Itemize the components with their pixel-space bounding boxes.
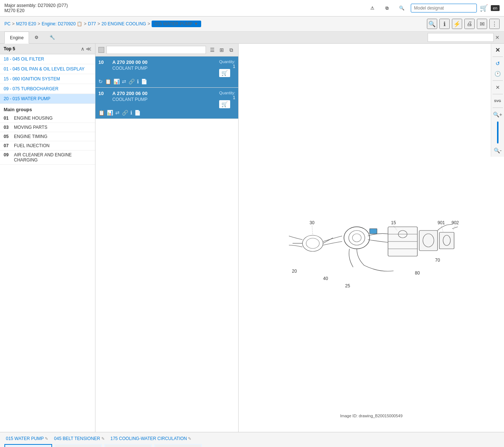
top5-item-4[interactable]: 20 - 015 WATER PUMP <box>0 94 95 104</box>
info-icon-1[interactable]: ℹ <box>130 110 132 116</box>
zoom-in-btn[interactable]: 🔍+ <box>492 110 503 119</box>
zoom-in-breadcrumb[interactable]: 🔍 <box>427 19 437 29</box>
thumb-label-0[interactable]: 015 WATER PUMP ✎ <box>4 435 50 442</box>
group-item-05[interactable]: 05 ENGINE TIMING <box>0 132 95 141</box>
parts-panel: ☰ ⊞ ⧉ 10 A 270 200 00 00 COOLANT PUMP Qu… <box>95 44 239 432</box>
thumb-label-1[interactable]: 045 BELT TENSIONER ✎ <box>52 435 106 442</box>
svg-rect-40 <box>155 445 201 447</box>
mail-btn[interactable]: ✉ <box>477 19 487 29</box>
thumb-label-2[interactable]: 175 COOLING-WATER CIRCULATION ✎ <box>109 435 193 442</box>
close-panel-btn[interactable]: ✕ <box>492 45 503 55</box>
top5-controls: ∧ ≪ <box>81 46 91 52</box>
top5-item-0[interactable]: 18 - 045 OIL FILTER <box>0 54 95 64</box>
breadcrumb-m270[interactable]: M270 E20 <box>16 21 36 26</box>
tab-diagram-icon[interactable]: 🔧 <box>44 32 61 43</box>
thumbnail-3[interactable] <box>154 444 202 447</box>
breadcrumb: PC > M270 E20 > Engine: D270920 📋 > D77 … <box>4 21 201 27</box>
group-item-03[interactable]: 03 MOVING PARTS <box>0 123 95 132</box>
close-x-btn[interactable]: ✕ <box>492 83 503 92</box>
breadcrumb-engine[interactable]: Engine: D270920 📋 <box>41 21 82 26</box>
main-groups-header: Main groups <box>0 104 95 114</box>
language-badge: en <box>491 5 500 11</box>
part-item-1: 10 A 270 200 06 00 COOLANT PUMP Quantity… <box>95 88 238 119</box>
thumbnail-1[interactable] <box>54 444 102 447</box>
svg-rect-13 <box>439 232 454 249</box>
model-search-input[interactable] <box>411 4 477 12</box>
svg-rect-11 <box>419 230 438 251</box>
more-btn[interactable]: ⋮ <box>489 19 500 29</box>
chart-icon-1[interactable]: 📊 <box>107 110 113 116</box>
copy-list-btn[interactable]: ⧉ <box>227 46 235 54</box>
doc-icon-1[interactable]: 📄 <box>134 110 141 116</box>
link-icon-1[interactable]: 🔗 <box>122 110 128 116</box>
svg-btn[interactable]: SVG <box>492 96 503 106</box>
list-view-btn[interactable]: ☰ <box>208 46 216 54</box>
warning-icon-btn[interactable]: ⚠ <box>367 2 378 14</box>
svg-text:901: 901 <box>437 220 445 225</box>
history-btn[interactable]: 🕐 <box>492 69 503 79</box>
breadcrumb-current[interactable]: 015 WATER PUMP ▼ <box>152 21 201 27</box>
svg-text:40: 40 <box>323 276 328 281</box>
breadcrumb-pc[interactable]: PC <box>4 21 11 26</box>
doc-icon-0[interactable]: 📄 <box>141 79 147 84</box>
top5-list: 18 - 045 OIL FILTER 01 - 045 OIL PAN & O… <box>0 54 95 104</box>
swap-icon-0[interactable]: ⇄ <box>122 79 126 84</box>
add-to-cart-btn-1[interactable]: 🛒 <box>219 100 230 108</box>
thumbnail-0[interactable] <box>4 444 52 447</box>
thumb-labels: 015 WATER PUMP ✎ 045 BELT TENSIONER ✎ 17… <box>4 435 500 442</box>
link-icon-0[interactable]: 🔗 <box>128 79 135 84</box>
cart-button[interactable]: 🛒 <box>480 4 488 12</box>
svg-text:15: 15 <box>391 220 396 225</box>
top-bar-info: Major assembly: D270920 (D77) M270 E20 <box>4 3 68 13</box>
info-icon-0[interactable]: ℹ <box>137 79 139 84</box>
top5-item-2[interactable]: 15 - 060 IGNITION SYSTEM <box>0 74 95 84</box>
bookmark-icon-0[interactable]: 📋 <box>105 79 111 84</box>
tab-search-input[interactable] <box>428 33 494 42</box>
engine-drawing: 30 10 15 901 902 20 40 25 80 70 <box>283 170 460 295</box>
svg-text:80: 80 <box>415 270 420 276</box>
copy-icon-btn[interactable]: ⧉ <box>381 2 393 14</box>
tabs: Engine ⚙ 🔧 <box>4 32 61 43</box>
swap-icon-1[interactable]: ⇄ <box>115 110 120 116</box>
group-item-07[interactable]: 07 FUEL INJECTION <box>0 141 95 150</box>
reset-view-btn[interactable]: ↺ <box>492 59 503 68</box>
tab-bar: Engine ⚙ 🔧 ✕ <box>0 32 504 44</box>
tab-parts-icon[interactable]: ⚙ <box>29 32 44 43</box>
part-item-0: 10 A 270 200 00 00 COOLANT PUMP Quantity… <box>95 57 238 88</box>
breadcrumb-toolbar: 🔍 ℹ ⚡ 🖨 ✉ ⋮ <box>427 19 500 29</box>
info-btn[interactable]: ℹ <box>439 19 450 29</box>
part-actions-0: ↻ 📋 📊 ⇄ 🔗 ℹ 📄 <box>98 79 235 84</box>
top5-collapse[interactable]: ∧ <box>81 46 84 52</box>
top5-close[interactable]: ≪ <box>86 46 91 52</box>
chart-icon-0[interactable]: 📊 <box>113 79 120 84</box>
zoom-out-btn[interactable]: 🔍- <box>492 146 503 155</box>
top5-item-3[interactable]: 09 - 075 TURBOCHARGER <box>0 84 95 94</box>
svg-text:70: 70 <box>435 258 440 263</box>
model-name: M270 E20 <box>4 8 68 13</box>
group-item-09[interactable]: 09 AIR CLEANER AND ENGINE CHARGING <box>0 150 95 165</box>
tab-search-clear[interactable]: ✕ <box>495 34 500 40</box>
print-btn[interactable]: 🖨 <box>464 19 475 29</box>
part-actions-1: 📋 📊 ⇄ 🔗 ℹ 📄 <box>98 110 235 116</box>
breadcrumb-cooling[interactable]: 20 ENGINE COOLING <box>102 21 146 26</box>
svg-text:25: 25 <box>345 283 350 288</box>
svg-rect-33 <box>55 445 101 447</box>
breadcrumb-d77[interactable]: D77 <box>88 21 96 26</box>
refresh-icon-0[interactable]: ↻ <box>98 79 103 84</box>
main-layout: Top 5 ∧ ≪ 18 - 045 OIL FILTER 01 - 045 O… <box>0 44 504 432</box>
search-icon-btn[interactable]: 🔍 <box>396 2 408 14</box>
add-to-cart-btn-0[interactable]: 🛒 <box>219 69 230 77</box>
thumbnail-2[interactable] <box>104 444 152 447</box>
top5-item-1[interactable]: 01 - 045 OIL PAN & OIL LEVEL DISPLAY <box>0 64 95 74</box>
group-item-01[interactable]: 01 ENGINE HOUSING <box>0 114 95 123</box>
bookmark-icon-1[interactable]: 📋 <box>98 110 105 116</box>
top-bar: Major assembly: D270920 (D77) M270 E20 ⚠… <box>0 0 504 17</box>
svg-text:30: 30 <box>309 220 315 225</box>
filter-btn[interactable]: ⚡ <box>452 19 462 29</box>
color-swatch <box>98 47 104 53</box>
vertical-accent <box>497 121 498 143</box>
parts-filter-input[interactable] <box>106 46 206 54</box>
tab-engine[interactable]: Engine <box>4 32 29 44</box>
image-id: Image ID: drawing_B20015000549 <box>340 414 402 418</box>
expand-btn[interactable]: ⊞ <box>218 46 226 54</box>
